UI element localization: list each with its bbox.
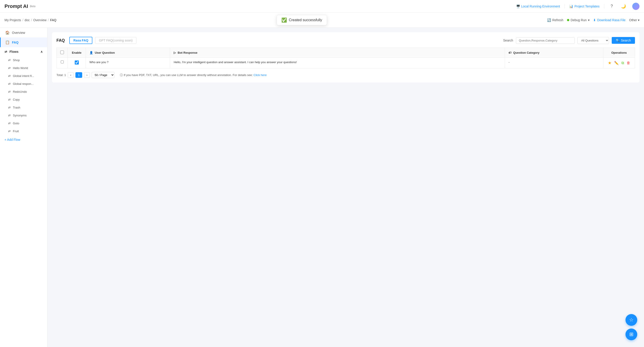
- fab-star-btn[interactable]: ☆: [626, 314, 637, 326]
- pagination: Total: 1 ‹ 1 › 50 / Page 100 / Page ⓘ If…: [56, 72, 635, 78]
- sidebar-flow-global-respon[interactable]: ⇄ Global respon...: [0, 80, 47, 88]
- row-ops-cell: ★ ✏️ ⧉ 🗑: [603, 58, 635, 68]
- breadcrumb: My Projects / doc / Overview / FAQ: [4, 18, 56, 22]
- flow-trash-label: Trash: [13, 106, 20, 109]
- fab-grid-btn[interactable]: ⊞: [626, 329, 637, 340]
- delete-btn[interactable]: 🗑: [626, 61, 630, 65]
- sidebar-flow-goto[interactable]: ⇄ Goto: [0, 119, 47, 127]
- breadcrumb-overview[interactable]: Overview: [33, 18, 46, 22]
- search-bar: Search All Questions Enabled Disabled 🔍 …: [503, 37, 635, 44]
- breadcrumb-sep-1: /: [22, 18, 23, 22]
- breadcrumb-my-projects[interactable]: My Projects: [4, 18, 21, 22]
- sidebar-item-faq[interactable]: 📋 FAQ: [0, 37, 47, 47]
- search-label: Search: [503, 38, 513, 42]
- flow-synonyms-label: Synonyms: [13, 114, 27, 117]
- header-divider-2: [604, 4, 604, 8]
- col-category-label: Question Category: [513, 51, 540, 54]
- flow-hello-world-label: Hello World: [13, 66, 28, 70]
- theme-btn[interactable]: 🌙: [619, 3, 628, 10]
- debug-status-dot: [567, 19, 569, 21]
- edit-btn[interactable]: ✏️: [614, 61, 619, 65]
- search-input[interactable]: [516, 37, 575, 44]
- faq-icon: 📋: [5, 40, 10, 44]
- sidebar-flow-fruit[interactable]: ⇄ Fruit: [0, 127, 47, 135]
- flow-global-respon-icon: ⇄: [8, 82, 10, 85]
- debug-run-btn[interactable]: Debug Run ▾: [567, 18, 590, 22]
- help-icon: ?: [610, 4, 613, 8]
- other-chevron-icon: ▾: [638, 18, 640, 22]
- table-header-row: Enable 👤 User Question ▷ Bot Response 🏷: [57, 48, 635, 58]
- toolbar-actions: 🔄 Refresh Debug Run ▾ ⬇ Download Rasa Fi…: [547, 18, 640, 22]
- sidebar-flow-trash[interactable]: ⇄ Trash: [0, 104, 47, 111]
- select-all-checkbox[interactable]: [60, 50, 64, 54]
- avatar[interactable]: [632, 3, 640, 10]
- sidebar-add-flow-btn[interactable]: + Add Flow: [0, 135, 47, 144]
- search-btn-label: Search: [621, 38, 631, 42]
- logo-area: Prompt AI Beta: [4, 3, 36, 9]
- star-btn[interactable]: ★: [608, 60, 612, 65]
- local-env-label: Local Running Environment: [521, 4, 560, 8]
- click-here-link[interactable]: Click here: [254, 73, 267, 77]
- toast-check-icon: ✅: [281, 17, 287, 23]
- overview-icon: 🏠: [5, 30, 10, 35]
- toolbar: My Projects / doc / Overview / FAQ ✅ Cre…: [0, 13, 644, 28]
- sidebar-flow-shop[interactable]: ⇄ Shop: [0, 56, 47, 64]
- breadcrumb-sep-2: /: [31, 18, 32, 22]
- row-enable-checkbox[interactable]: [75, 60, 79, 64]
- app-beta-label: Beta: [30, 5, 36, 8]
- next-page-btn[interactable]: ›: [84, 72, 90, 78]
- col-enable-label: Enable: [72, 51, 82, 54]
- col-header-response: ▷ Bot Response: [170, 48, 505, 58]
- theme-icon: 🌙: [621, 4, 626, 8]
- sidebar-flow-global-intent[interactable]: ⇄ Global intent fl...: [0, 72, 47, 80]
- prev-page-btn[interactable]: ‹: [68, 72, 74, 78]
- sidebar-flow-redoundo[interactable]: ⇄ RedoUndo: [0, 88, 47, 96]
- tab-rasa-faq[interactable]: Rasa FAQ: [69, 37, 92, 44]
- info-icon: ⓘ: [120, 73, 123, 77]
- header-right: 🖥️ Local Running Environment 📊 Project T…: [516, 3, 640, 10]
- col-header-question: 👤 User Question: [86, 48, 170, 58]
- sidebar-flow-synonyms[interactable]: ⇄ Synonyms: [0, 111, 47, 119]
- row-response-cell: Hello, I'm your intelligent question and…: [170, 58, 505, 68]
- sidebar-flows-header[interactable]: ⇄ Flows ∧: [0, 47, 47, 56]
- copy-btn[interactable]: ⧉: [622, 61, 624, 65]
- download-rasa-btn[interactable]: ⬇ Download Rasa File: [593, 18, 626, 22]
- col-header-category: 🏷 Question Category: [505, 48, 603, 58]
- ops-btns: ★ ✏️ ⧉ 🗑: [607, 60, 631, 65]
- faq-table: Enable 👤 User Question ▷ Bot Response 🏷: [56, 48, 635, 68]
- breadcrumb-doc[interactable]: doc: [24, 18, 30, 22]
- refresh-btn[interactable]: 🔄 Refresh: [547, 18, 564, 22]
- category-icon: 🏷: [508, 51, 512, 54]
- flow-global-respon-label: Global respon...: [13, 82, 34, 85]
- total-label: Total: 1: [56, 73, 66, 77]
- top-header: Prompt AI Beta 🖥️ Local Running Environm…: [0, 0, 644, 13]
- bot-response-icon: ▷: [174, 51, 176, 54]
- help-btn[interactable]: ?: [609, 3, 615, 9]
- breadcrumb-sep-3: /: [48, 18, 49, 22]
- sidebar-item-overview[interactable]: 🏠 Overview: [0, 28, 47, 37]
- col-header-enable: Enable: [68, 48, 86, 58]
- sidebar-flow-copy[interactable]: ⇄ Copy: [0, 96, 47, 104]
- row-check-cell: [57, 58, 68, 68]
- search-btn[interactable]: 🔍 Search: [612, 37, 635, 44]
- flow-copy-icon: ⇄: [8, 98, 10, 101]
- sidebar: 🏠 Overview 📋 FAQ ⇄ Flows ∧ ⇄ Shop ⇄ Hell…: [0, 28, 48, 347]
- sidebar-flow-hello-world[interactable]: ⇄ Hello World: [0, 64, 47, 72]
- flow-shop-icon: ⇄: [8, 58, 10, 62]
- flow-global-intent-icon: ⇄: [8, 74, 10, 78]
- local-env-link[interactable]: 🖥️ Local Running Environment: [516, 4, 560, 8]
- row-category-cell: -: [505, 58, 603, 68]
- per-page-select[interactable]: 50 / Page 100 / Page: [92, 72, 114, 78]
- project-templates-btn[interactable]: 📊 Project Templates: [569, 4, 600, 8]
- table-row: Who are you ? Hello, I'm your intelligen…: [57, 58, 635, 68]
- refresh-label: Refresh: [552, 18, 564, 22]
- page-1-btn[interactable]: 1: [76, 72, 82, 78]
- fab-star-icon: ☆: [629, 317, 634, 323]
- filter-select[interactable]: All Questions Enabled Disabled: [578, 37, 609, 44]
- header-divider-1: [564, 4, 565, 8]
- row-checkbox[interactable]: [61, 60, 64, 63]
- debug-chevron-icon: ▾: [588, 18, 590, 22]
- flow-hello-world-icon: ⇄: [8, 66, 10, 70]
- other-btn[interactable]: Other ▾: [629, 18, 640, 22]
- col-response-label: Bot Response: [178, 51, 197, 54]
